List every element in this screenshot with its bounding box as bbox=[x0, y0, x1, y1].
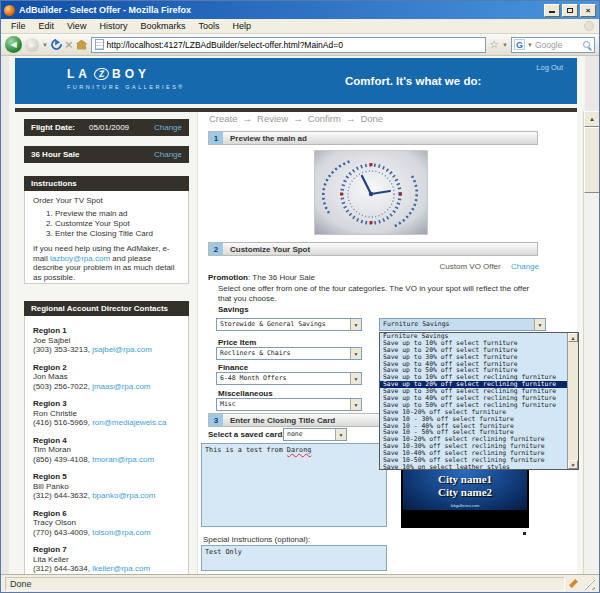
contact-line: (303) 353-3213, jsajbel@rpa.com bbox=[33, 345, 180, 355]
menu-item[interactable]: Help bbox=[226, 20, 257, 32]
offer-option[interactable]: Save up to 10% off select furniture bbox=[380, 340, 567, 347]
status-text: Done bbox=[5, 577, 565, 591]
scroll-up-icon[interactable]: ▲ bbox=[584, 111, 599, 127]
scrollbar-thumb[interactable] bbox=[584, 127, 599, 193]
back-button[interactable]: ◀ bbox=[5, 36, 22, 53]
offer-option[interactable]: Save 10-50% off select reclining furnitu… bbox=[380, 457, 567, 464]
savings-select[interactable]: Storewide & General Savings ▼ bbox=[216, 318, 362, 331]
contact-phone: (503) 256-7022, bbox=[33, 382, 90, 391]
minimize-button[interactable] bbox=[544, 4, 560, 17]
reload-icon[interactable] bbox=[49, 37, 64, 52]
contact-email-link[interactable]: tolson@rpa.com bbox=[92, 528, 150, 537]
offer-option[interactable]: Save up to 40% off select reclining furn… bbox=[380, 395, 567, 402]
flight-date-change-link[interactable]: Change bbox=[154, 123, 182, 132]
contact-region: Region 1 bbox=[33, 326, 180, 336]
contact-email-link[interactable]: tmoran@rpa.com bbox=[92, 455, 154, 464]
bookmark-star-icon[interactable]: ☆ bbox=[489, 39, 499, 50]
menu-item[interactable]: File bbox=[5, 20, 32, 32]
saved-card-select[interactable]: none ▼ bbox=[283, 428, 347, 441]
price-item-select[interactable]: Recliners & Chairs ▼ bbox=[216, 347, 362, 360]
contact-email-link[interactable]: jsajbel@rpa.com bbox=[92, 345, 152, 354]
home-icon[interactable] bbox=[76, 40, 88, 50]
scroll-down-icon[interactable]: ▼ bbox=[568, 460, 578, 469]
google-logo-icon[interactable]: G bbox=[514, 39, 525, 50]
dropdown-arrow-icon[interactable]: ▼ bbox=[350, 348, 361, 359]
offer-option[interactable]: Save up to 50% off select furniture bbox=[380, 367, 567, 374]
contact-region: Region 6 bbox=[33, 509, 180, 519]
offer-option[interactable]: Save up to 10% off select reclining furn… bbox=[380, 374, 567, 381]
contact-name: Tracy Olson bbox=[33, 518, 180, 528]
contact-region: Region 7 bbox=[33, 545, 180, 555]
vertical-scrollbar[interactable]: ▲ ▼ bbox=[583, 111, 599, 576]
offer-option[interactable]: Save up to 30% off select reclining furn… bbox=[380, 388, 567, 395]
offer-option[interactable]: Save up to 20% off select reclining furn… bbox=[380, 381, 567, 388]
contact-email-link[interactable]: lkeller@rpa.com bbox=[92, 564, 150, 573]
sale-change-link[interactable]: Change bbox=[154, 150, 182, 159]
dropdown-arrow-icon[interactable]: ▼ bbox=[350, 319, 361, 330]
menu-item[interactable]: Edit bbox=[33, 20, 61, 32]
content-separator bbox=[197, 112, 198, 576]
special-instructions-textarea[interactable]: Test Only bbox=[201, 545, 387, 571]
dropdown-arrow-icon[interactable]: ▼ bbox=[335, 429, 346, 440]
offer-option[interactable]: Save 10 - 40% off select furniture bbox=[380, 423, 567, 430]
maximize-button[interactable] bbox=[562, 4, 578, 17]
contact-name: Lita Keller bbox=[33, 555, 180, 565]
custom-vo-change-link[interactable]: Change bbox=[511, 262, 539, 271]
history-dropdown-icon[interactable]: ▼ bbox=[42, 42, 48, 48]
search-engine-dropdown-icon[interactable]: ▼ bbox=[527, 42, 533, 48]
url-text[interactable]: http://localhost:4127/LZBAdBuilder/selec… bbox=[107, 40, 343, 50]
forward-button[interactable]: ▶ bbox=[25, 38, 39, 52]
address-bar[interactable]: http://localhost:4127/LZBAdBuilder/selec… bbox=[91, 37, 487, 53]
offer-select[interactable]: Furniture Savings ▼ bbox=[379, 318, 546, 331]
title-bar[interactable]: AdBuilder - Select Offer - Mozilla Firef… bbox=[1, 1, 599, 19]
menu-item[interactable]: View bbox=[61, 20, 92, 32]
offer-option[interactable]: Save up to 30% off select furniture bbox=[380, 354, 567, 361]
finance-select[interactable]: 6-48 Month Offers ▼ bbox=[216, 372, 362, 385]
help-email-link[interactable]: lazboy@rpa.com bbox=[50, 254, 110, 263]
instructions-title: Instructions bbox=[31, 179, 77, 188]
contact-phone: (770) 643-4009, bbox=[33, 528, 90, 537]
section-2-number: 2 bbox=[209, 243, 223, 255]
extension-icon[interactable] bbox=[569, 579, 578, 588]
logout-link[interactable]: Log Out bbox=[536, 63, 563, 72]
menu-item[interactable]: History bbox=[93, 20, 133, 32]
resize-grip[interactable] bbox=[582, 577, 595, 590]
offer-option[interactable]: Save up to 40% off select furniture bbox=[380, 361, 567, 368]
offer-option[interactable]: Save 10 - 50% off select furniture bbox=[380, 429, 567, 436]
offer-option[interactable]: Furniture Savings bbox=[380, 333, 567, 340]
stop-icon[interactable]: × bbox=[65, 38, 73, 51]
menu-item[interactable]: Tools bbox=[192, 20, 225, 32]
search-input[interactable]: Google bbox=[535, 40, 581, 50]
search-box[interactable]: G ▼ Google bbox=[511, 37, 595, 53]
menu-item[interactable]: Bookmarks bbox=[134, 20, 191, 32]
contact-line: (416) 516-5969, ron@mediajewels.ca bbox=[33, 418, 180, 428]
offer-option[interactable]: Save 10 - 30% off select furniture bbox=[380, 416, 567, 423]
contact-email-link[interactable]: jmaas@rpa.com bbox=[92, 382, 150, 391]
offer-option[interactable]: Save up to 20% off select furniture bbox=[380, 347, 567, 354]
offer-option[interactable]: Save up to 50% off select reclining furn… bbox=[380, 402, 567, 409]
close-button[interactable]: × bbox=[580, 4, 596, 17]
main-ad-preview[interactable] bbox=[314, 150, 428, 235]
bookmark-dropdown-icon[interactable]: ▼ bbox=[502, 42, 508, 48]
offer-option[interactable]: Save 10-40% off select reclining furnitu… bbox=[380, 450, 567, 457]
offer-option[interactable]: Save 10-20% off select reclining furnitu… bbox=[380, 436, 567, 443]
miscellaneous-select[interactable]: Misc ▼ bbox=[216, 398, 362, 411]
dropdown-arrow-icon[interactable]: ▼ bbox=[350, 373, 361, 384]
dropdown-arrow-icon[interactable]: ▼ bbox=[534, 319, 545, 330]
dropdown-scrollbar[interactable]: ▲ ▼ bbox=[567, 333, 578, 469]
page: LA Z BOY FURNITURE GALLERIES® Comfort. I… bbox=[9, 56, 585, 576]
contact-name: Ron Christie bbox=[33, 409, 180, 419]
contact-email-link[interactable]: ron@mediajewels.ca bbox=[92, 418, 166, 427]
contact-phone: (303) 353-3213, bbox=[33, 345, 90, 354]
savings-label: Savings bbox=[218, 305, 249, 314]
offer-option[interactable]: Save 10% on select leather styles bbox=[380, 464, 567, 469]
flight-date-bar: Flight Date: 05/01/2009 Change bbox=[24, 119, 189, 136]
search-icon[interactable] bbox=[583, 41, 590, 48]
offer-option[interactable]: Save 10-20% off select furniture bbox=[380, 409, 567, 416]
scroll-up-icon[interactable]: ▲ bbox=[568, 333, 578, 342]
dropdown-arrow-icon[interactable]: ▼ bbox=[350, 399, 361, 410]
offer-option[interactable]: Save 10-30% off select reclining furnitu… bbox=[380, 443, 567, 450]
contact-email-link[interactable]: bpanko@rpa.com bbox=[92, 491, 155, 500]
title-card-textarea[interactable]: This is a test from Darong bbox=[201, 443, 387, 527]
instruction-step: Customize Your Spot bbox=[55, 219, 180, 229]
